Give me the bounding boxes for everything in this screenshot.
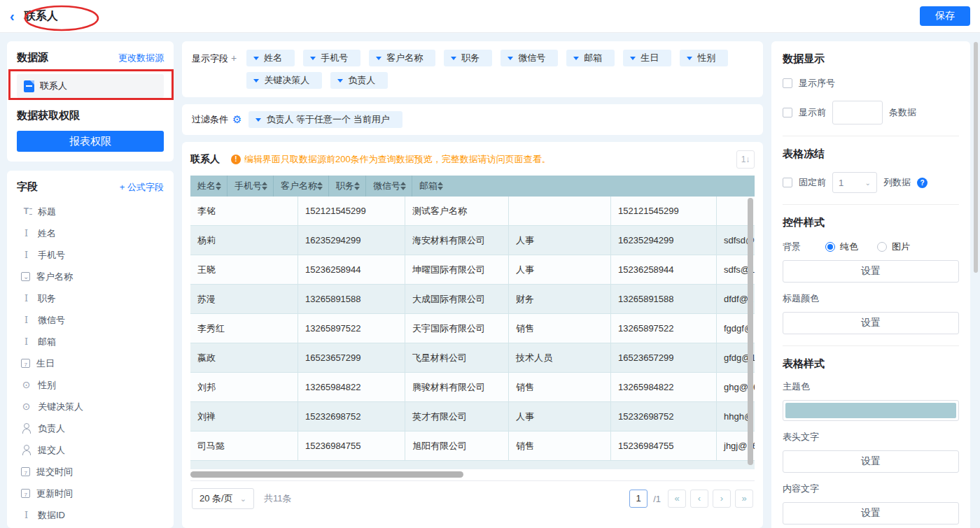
header-text-set-button[interactable]: 设置: [783, 450, 959, 473]
person-icon: [21, 423, 31, 434]
field-item[interactable]: 生日: [17, 352, 164, 374]
freeze-column-select[interactable]: 1 ⌄: [832, 172, 877, 193]
column-header[interactable]: 微信号: [366, 176, 412, 197]
cell-wechat: 13265891588: [611, 285, 717, 314]
prev-page-button[interactable]: ‹: [690, 490, 708, 508]
chevron-down-icon: [253, 79, 259, 85]
table-row: 刘邦 13265984822 腾骏材料有限公司 销售 13265984822 g…: [190, 373, 755, 402]
chevron-down-icon: ⌄: [865, 179, 871, 187]
save-button[interactable]: 保存: [920, 6, 970, 26]
display-field-chip[interactable]: 手机号: [303, 50, 360, 66]
datasource-item-contacts[interactable]: 联系人: [17, 74, 164, 98]
show-first-count-input[interactable]: [832, 101, 883, 124]
field-item[interactable]: 手机号: [17, 244, 164, 266]
title-color-set-button[interactable]: 设置: [783, 312, 959, 334]
column-sort-icon[interactable]: [216, 179, 221, 193]
field-label: 关键决策人: [38, 401, 83, 413]
solid-color-radio[interactable]: [825, 242, 835, 252]
add-formula-field-link[interactable]: + 公式字段: [120, 181, 164, 194]
display-field-chip[interactable]: 姓名: [246, 50, 295, 66]
display-field-chip[interactable]: 职务: [444, 50, 492, 66]
background-set-button[interactable]: 设置: [783, 260, 959, 283]
report-permission-button[interactable]: 报表权限: [17, 131, 164, 152]
chevron-down-icon: [337, 79, 343, 85]
change-datasource-link[interactable]: 更改数据源: [118, 52, 164, 64]
gear-icon[interactable]: ⚙: [232, 113, 241, 126]
back-button chevron-left-icon[interactable]: ‹: [10, 9, 15, 23]
cell-customer: 大成国际有限公司: [405, 285, 509, 314]
date-icon: [21, 467, 30, 476]
freeze-checkbox[interactable]: [783, 178, 792, 187]
field-item[interactable]: 标题: [17, 201, 164, 222]
column-sort-icon[interactable]: [354, 179, 360, 193]
header-text-label: 表头文字: [783, 431, 959, 443]
column-header[interactable]: 手机号: [227, 176, 274, 197]
column-sort-icon[interactable]: [317, 179, 323, 193]
last-page-button[interactable]: »: [735, 490, 753, 508]
cell-job: 销售: [509, 373, 611, 402]
question-icon[interactable]: ?: [917, 178, 927, 188]
field-item[interactable]: 姓名: [17, 222, 164, 244]
display-field-chip[interactable]: 邮箱: [566, 50, 615, 66]
show-index-checkbox[interactable]: [783, 78, 792, 88]
column-header[interactable]: 姓名: [190, 176, 227, 197]
cell-name: 李铭: [190, 197, 298, 226]
field-item[interactable]: 微信号: [17, 309, 164, 331]
cell-name: 嬴政: [190, 343, 298, 373]
datasource-item-label: 联系人: [40, 80, 67, 92]
background-label: 背景: [783, 241, 819, 253]
add-display-field-button[interactable]: +: [231, 52, 237, 64]
field-item[interactable]: 邮箱: [17, 331, 164, 352]
column-header[interactable]: 客户名称: [274, 176, 329, 197]
cell-wechat: 16235294299: [611, 226, 717, 255]
column-header[interactable]: 职务: [329, 176, 366, 197]
display-field-chip[interactable]: 客户名称: [369, 50, 435, 66]
theme-color-picker[interactable]: [783, 400, 959, 421]
column-sort-icon[interactable]: [400, 179, 406, 193]
total-pages: /1: [653, 494, 661, 504]
display-field-chip[interactable]: 负责人: [330, 72, 388, 89]
page-title: 联系人: [24, 9, 58, 24]
page-scrollbar[interactable]: [974, 42, 978, 273]
field-item[interactable]: 关键决策人: [17, 396, 164, 418]
document-icon: [24, 80, 34, 92]
field-item[interactable]: 提交人: [17, 439, 164, 461]
column-sort-icon[interactable]: [262, 179, 267, 193]
display-field-chip[interactable]: 性别: [680, 50, 728, 66]
radio-icon: [21, 401, 31, 412]
field-item[interactable]: 负责人: [17, 418, 164, 439]
display-field-chip[interactable]: 关键决策人: [246, 72, 322, 89]
filter-condition-chip[interactable]: 负责人 等于任意一个 当前用户: [248, 111, 402, 128]
freeze-heading: 表格冻结: [783, 148, 959, 161]
table-vertical-scrollbar[interactable]: [748, 198, 753, 465]
cell-phone: 152121545299: [298, 197, 405, 226]
field-item[interactable]: 职务: [17, 287, 164, 309]
display-field-chip[interactable]: 生日: [623, 50, 671, 66]
table-row: 苏漫 13265891588 大成国际有限公司 财务 13265891588 d…: [190, 285, 755, 314]
field-item[interactable]: 性别: [17, 374, 164, 396]
current-page-input[interactable]: 1: [629, 490, 648, 508]
field-item[interactable]: 更新时间: [17, 483, 164, 504]
sort-order-icon[interactable]: 1↓: [736, 150, 755, 169]
field-item[interactable]: 客户名称: [17, 266, 164, 287]
next-page-button[interactable]: ›: [713, 490, 731, 508]
first-page-button[interactable]: «: [668, 490, 686, 508]
cell-name: 李秀红: [190, 314, 298, 343]
widget-style-section: 控件样式 背景 纯色 图片 设置 标题颜色 设置: [783, 204, 959, 345]
page-size-select[interactable]: 20 条/页 ⌄: [192, 488, 254, 509]
display-field-chip[interactable]: 微信号: [500, 50, 558, 66]
pagination-bar: 20 条/页 ⌄ 共11条 1 /1 « ‹ › »: [190, 480, 755, 518]
table-horizontal-scrollbar[interactable]: [190, 471, 463, 478]
show-first-checkbox[interactable]: [783, 108, 792, 117]
top-bar: ‹ 联系人 保存: [0, 0, 980, 33]
field-label: 姓名: [38, 227, 56, 240]
image-radio[interactable]: [877, 242, 887, 252]
display-fields-label: 显示字段+: [192, 50, 237, 65]
cell-name: 刘邦: [190, 373, 298, 402]
field-item[interactable]: 数据ID: [17, 504, 164, 526]
column-sort-icon[interactable]: [438, 179, 443, 193]
column-header[interactable]: 邮箱: [412, 176, 449, 197]
content-text-set-button[interactable]: 设置: [783, 502, 959, 525]
field-item[interactable]: 提交时间: [17, 461, 164, 483]
title-icon: [21, 206, 31, 217]
